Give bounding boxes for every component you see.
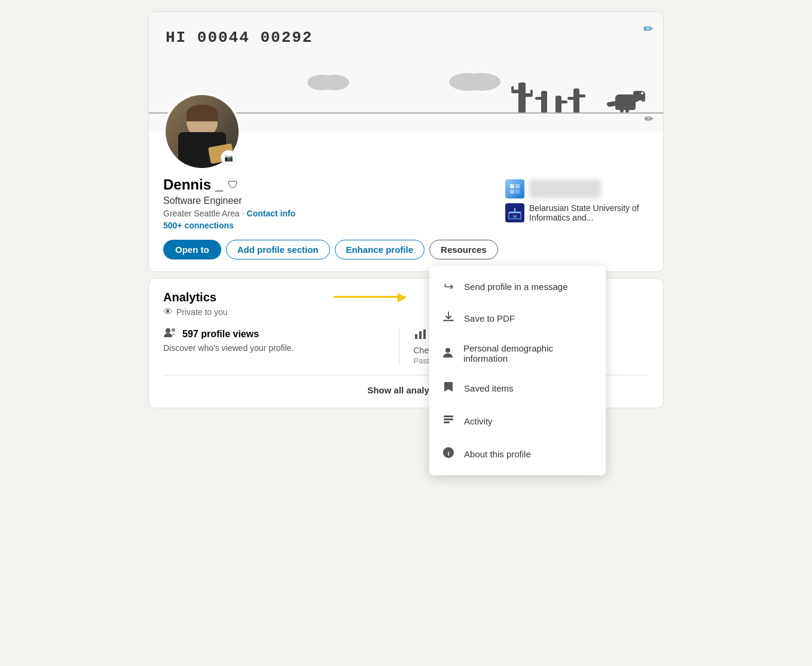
dropdown-item-send-profile[interactable]: ↪ Send profile in a message: [429, 271, 606, 302]
dino: [615, 85, 645, 112]
avatar-container: 📷: [163, 93, 241, 170]
location-separator: ·: [242, 209, 245, 218]
banner-text: HI 00044 00292: [166, 29, 313, 47]
yellow-arrow: [334, 296, 405, 298]
analytics-subtitle-text: Private to you: [176, 307, 228, 317]
download-icon: [442, 310, 455, 323]
cactus-group: [518, 83, 579, 112]
about-icon: i: [441, 446, 456, 462]
edit-profile-button[interactable]: ✏: [645, 112, 654, 126]
dropdown-item-save-pdf[interactable]: Save to PDF: [429, 302, 606, 335]
metric-profile-views[interactable]: 597 profile views Discover who's viewed …: [163, 327, 399, 365]
profile-views-desc: Discover who's viewed your profile.: [163, 343, 384, 353]
svg-rect-11: [444, 418, 453, 420]
eye-icon: 👁: [163, 307, 173, 317]
bar-chart-icon: [414, 327, 427, 340]
profile-card: HI 00044 00292 ✏: [149, 12, 663, 271]
company-row-2: M Belarusian State University of Informa…: [505, 203, 649, 222]
save-pdf-icon: [441, 310, 456, 326]
saved-items-label: Saved items: [464, 383, 514, 393]
svg-rect-1: [515, 184, 520, 188]
company-row-1: [505, 179, 601, 198]
dropdown-item-activity[interactable]: Activity: [429, 405, 606, 438]
activity-icon: [441, 413, 456, 429]
verified-icon: 🛡: [228, 179, 239, 191]
activity-label: Activity: [464, 416, 493, 426]
demographic-icon: [441, 346, 455, 362]
bookmark-icon: [442, 380, 455, 393]
svg-text:M: M: [513, 214, 517, 219]
cloud-1: [316, 78, 340, 87]
contact-info-link[interactable]: Contact info: [247, 209, 296, 218]
people-icon: [163, 327, 178, 338]
save-pdf-label: Save to PDF: [464, 313, 515, 323]
location-text: Greater Seattle Area: [163, 209, 240, 218]
dropdown-item-demographic[interactable]: Personal demographic information: [429, 335, 606, 372]
svg-point-9: [445, 348, 450, 353]
activity-list-icon: [442, 413, 455, 426]
profile-views-icon: [163, 327, 178, 341]
profile-views-number: 597 profile views: [182, 329, 259, 340]
svg-point-16: [172, 328, 175, 332]
demographic-label: Personal demographic information: [463, 343, 594, 363]
svg-rect-19: [423, 329, 426, 339]
profile-right-info: M Belarusian State University of Informa…: [505, 179, 649, 222]
resources-wrapper: Resources ↪ Send profile in a message: [429, 240, 498, 259]
university-logo-icon: M: [508, 206, 522, 220]
svg-rect-2: [510, 190, 514, 194]
svg-point-15: [166, 328, 170, 333]
company-name-blurred: [529, 179, 601, 198]
open-to-button[interactable]: Open to: [163, 240, 221, 259]
svg-rect-0: [510, 184, 514, 188]
dropdown-item-about[interactable]: i About this profile: [429, 438, 606, 471]
svg-rect-12: [444, 421, 450, 423]
saved-items-icon: [441, 380, 456, 396]
enhance-profile-button[interactable]: Enhance profile: [335, 240, 425, 259]
svg-rect-18: [419, 331, 422, 339]
resources-button[interactable]: Resources: [429, 240, 498, 259]
company-logo-icon: [509, 183, 521, 195]
resources-dropdown: ↪ Send profile in a message: [429, 266, 606, 475]
svg-rect-5: [514, 208, 515, 213]
svg-rect-8: [444, 320, 453, 322]
send-profile-label: Send profile in a message: [464, 282, 567, 292]
university-name: Belarusian State University of Informati…: [529, 203, 649, 222]
svg-text:i: i: [448, 450, 450, 457]
svg-rect-3: [515, 190, 520, 194]
edit-profile-icon: ✏: [645, 113, 654, 125]
cloud-2: [460, 77, 490, 87]
action-buttons: Open to Add profile section Enhance prof…: [163, 240, 649, 259]
profile-body: 📷: [149, 132, 663, 271]
person-icon: [441, 346, 454, 359]
svg-rect-10: [444, 416, 453, 417]
metric-header-1: 597 profile views: [163, 327, 384, 341]
dropdown-item-saved-items[interactable]: Saved items: [429, 372, 606, 405]
arrow-container: [334, 296, 405, 298]
edit-banner-button[interactable]: ✏: [643, 22, 654, 36]
university-logo: M: [505, 203, 524, 222]
svg-rect-17: [415, 334, 417, 339]
company-logo-1: [505, 179, 524, 198]
camera-icon[interactable]: 📷: [221, 150, 236, 166]
add-profile-section-button[interactable]: Add profile section: [226, 240, 330, 259]
edit-banner-icon: ✏: [643, 22, 654, 35]
about-label: About this profile: [464, 449, 531, 459]
info-circle-icon: i: [442, 446, 455, 459]
post-impressions-icon: [414, 327, 427, 343]
profile-name: Dennis _: [163, 176, 223, 193]
send-profile-icon: ↪: [441, 279, 456, 294]
